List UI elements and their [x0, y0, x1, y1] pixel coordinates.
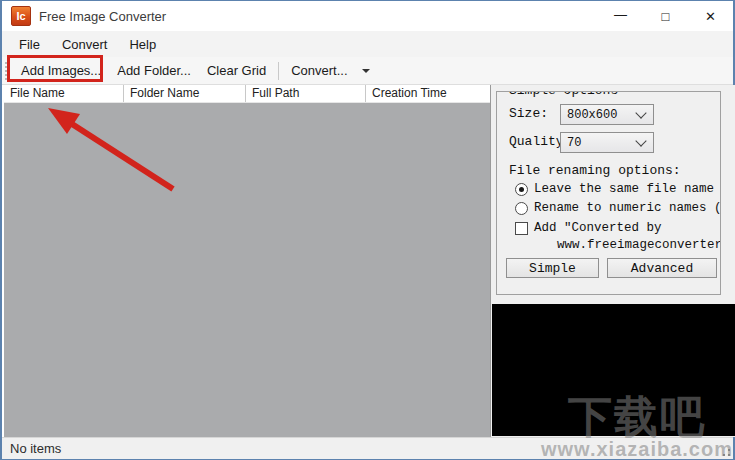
menu-file[interactable]: File — [8, 31, 51, 57]
size-value: 800x600 — [561, 108, 637, 122]
chevron-down-icon — [635, 107, 646, 118]
file-grid: File Name Folder Name Full Path Creation… — [4, 85, 490, 437]
grid-body-empty[interactable] — [4, 103, 490, 437]
minimize-button[interactable]: — — [598, 1, 643, 31]
close-icon: ✕ — [705, 9, 716, 24]
convert-button[interactable]: Convert... — [283, 60, 355, 81]
size-row: Size: — [509, 106, 548, 121]
menu-bar: File Convert Help — [2, 31, 733, 57]
maximize-button[interactable]: □ — [643, 1, 688, 31]
clear-grid-button[interactable]: Clear Grid — [199, 60, 274, 81]
add-credit-label-line2: www.freeimageconverter.com" — [557, 238, 721, 252]
radio-unchecked-icon[interactable] — [515, 202, 528, 215]
close-button[interactable]: ✕ — [688, 1, 733, 31]
simple-button[interactable]: Simple — [506, 258, 599, 278]
maximize-icon: □ — [662, 9, 670, 24]
quality-value: 70 — [561, 136, 637, 150]
toolbar-separator — [278, 62, 279, 80]
app-window: Ic Free Image Converter — □ ✕ File Conve… — [0, 0, 735, 460]
title-bar: Ic Free Image Converter — □ ✕ — [2, 1, 733, 31]
numeric-names-radio-label: Rename to numeric names (00, 01, ... — [534, 201, 721, 215]
convert-button-label: Convert... — [291, 63, 347, 78]
add-folder-button[interactable]: Add Folder... — [109, 60, 199, 81]
dropdown-arrow-icon — [362, 69, 370, 73]
advanced-button[interactable]: Advanced — [607, 258, 717, 278]
image-preview-area — [492, 304, 735, 436]
minimize-icon: — — [614, 7, 627, 22]
size-label: Size: — [509, 106, 548, 121]
app-icon: Ic — [11, 6, 31, 26]
keep-name-radio-row[interactable]: Leave the same file name — [515, 182, 714, 196]
groupbox-title: Simple Options — [505, 91, 622, 98]
simple-options-groupbox: Simple Options Size: 800x600 Quality: 70… — [496, 91, 721, 295]
status-bar: No items — [2, 437, 733, 459]
menu-convert[interactable]: Convert — [51, 31, 119, 57]
add-images-button[interactable]: Add Images... — [13, 60, 109, 81]
checkbox-unchecked-icon[interactable] — [515, 222, 528, 235]
add-credit-label-line2-row: www.freeimageconverter.com" — [557, 238, 721, 252]
chevron-down-icon — [635, 135, 646, 146]
renaming-options-title: File renaming options: — [509, 163, 681, 178]
add-credit-label-line1: Add "Converted by — [534, 221, 662, 235]
resize-grip-icon[interactable] — [720, 446, 730, 456]
toolbar-grip-icon — [5, 62, 10, 80]
size-select[interactable]: 800x600 — [560, 104, 654, 125]
convert-dropdown-button[interactable] — [356, 66, 374, 76]
grid-header: File Name Folder Name Full Path Creation… — [4, 85, 490, 103]
column-header-file-name[interactable]: File Name — [4, 85, 124, 102]
column-header-folder-name[interactable]: Folder Name — [124, 85, 246, 102]
column-header-creation-time[interactable]: Creation Time — [366, 85, 490, 102]
toolbar: Add Images... Add Folder... Clear Grid C… — [2, 57, 733, 85]
window-controls: — □ ✕ — [598, 1, 733, 31]
add-credit-checkbox-row[interactable]: Add "Converted by — [515, 221, 662, 235]
quality-select[interactable]: 70 — [560, 132, 654, 153]
column-header-full-path[interactable]: Full Path — [246, 85, 366, 102]
status-text: No items — [10, 441, 61, 456]
numeric-names-radio-row[interactable]: Rename to numeric names (00, 01, ... — [515, 201, 721, 215]
keep-name-radio-label: Leave the same file name — [534, 182, 714, 196]
window-title: Free Image Converter — [39, 9, 166, 24]
options-panel: Simple Options Size: 800x600 Quality: 70… — [490, 85, 735, 437]
radio-checked-icon[interactable] — [515, 183, 528, 196]
renaming-options-label: File renaming options: — [509, 163, 681, 178]
menu-help[interactable]: Help — [118, 31, 167, 57]
